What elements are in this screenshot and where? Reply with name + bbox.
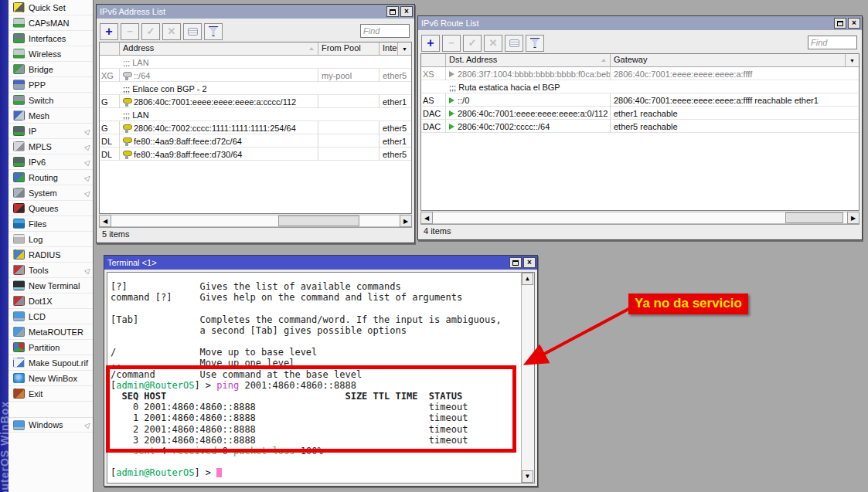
col-interface[interactable]: Interface (380, 42, 398, 55)
table-row[interactable]: DLfe80::4aa9:8aff:feee:d72c/64ether1 (100, 134, 411, 148)
col-from-pool[interactable]: From Pool (318, 42, 380, 55)
close-button[interactable]: × (848, 18, 860, 29)
sidebar-item-label: Bridge (29, 65, 90, 74)
sidebar-item-ip[interactable]: IP▷ (9, 124, 93, 139)
scroll-thumb[interactable] (278, 215, 359, 226)
column-dropdown-button[interactable]: ▼ (846, 54, 859, 66)
sidebar-item-lcd[interactable]: LCD (9, 309, 93, 324)
table-row[interactable]: XS2806:3f7:1004:bbbb:bbbb:bbbb:f0ca:bebe… (421, 67, 859, 80)
table-row[interactable]: XG::/64my-poolether5 (100, 69, 411, 82)
metarouter-icon (13, 327, 25, 337)
add-button[interactable]: + (100, 23, 118, 40)
sidebar-item-radius[interactable]: RADIUS (9, 247, 93, 263)
route-icon (449, 97, 454, 103)
sidebar-item-queues[interactable]: Queues (9, 201, 93, 216)
scroll-up-icon[interactable]: ▲ (522, 273, 533, 285)
sidebar-item-tools[interactable]: Tools▷ (9, 263, 93, 278)
col-flags[interactable] (100, 42, 120, 55)
disable-button[interactable]: ✕ (162, 23, 181, 40)
comment-button[interactable] (505, 35, 523, 52)
queues-icon (13, 203, 25, 213)
table-row[interactable]: DLfe80::4aa9:8aff:feee:d730/64ether5 (100, 148, 411, 161)
sidebar-item-make-supout[interactable]: Make Supout.rif (9, 355, 93, 371)
sidebar-item-switch[interactable]: Switch (9, 93, 93, 108)
sidebar-item-metarouter[interactable]: MetaROUTER (9, 324, 93, 340)
remove-button[interactable]: − (442, 35, 461, 52)
filter-button[interactable] (526, 35, 544, 52)
column-dropdown-button[interactable]: ▼ (398, 42, 411, 55)
find-input[interactable] (360, 24, 410, 38)
sidebar-item-partition[interactable]: Partition (9, 340, 93, 355)
gateway-cell: 2806:40c:7001:eeee:eeee:eeee:a:ffff reac… (611, 93, 859, 107)
sidebar-item-files[interactable]: Files (9, 216, 93, 232)
table-row[interactable]: AS::/02806:40c:7001:eeee:eeee:eeee:a:fff… (421, 93, 859, 107)
table-row[interactable]: ;;; LAN (100, 56, 411, 69)
sidebar-item-mpls[interactable]: MPLS▷ (9, 139, 93, 154)
terminal-line: [?] Gives the list of available commands (111, 281, 519, 292)
sidebar-item-new-winbox[interactable]: New WinBox (9, 371, 93, 386)
address-hscrollbar[interactable]: ◀ ▶ (99, 215, 412, 227)
col-address[interactable]: Address (120, 42, 318, 55)
sidebar-item-ipv6[interactable]: IPv6▷ (9, 154, 93, 170)
sidebar-item-routing[interactable]: Routing▷ (9, 170, 93, 185)
ppp-icon (13, 80, 25, 90)
scroll-left-icon[interactable]: ◀ (99, 215, 111, 227)
disable-button[interactable]: ✕ (484, 35, 502, 52)
close-button[interactable]: × (400, 6, 413, 17)
col-gateway[interactable]: Gateway (611, 54, 846, 66)
scroll-thumb[interactable] (785, 212, 843, 223)
remove-button[interactable]: − (121, 23, 139, 40)
enable-button[interactable]: ✓ (463, 35, 482, 52)
sidebar-item-capsman[interactable]: CAPsMAN (9, 15, 93, 31)
close-button[interactable]: × (523, 257, 536, 268)
route-hscrollbar[interactable]: ◀ ▶ (420, 212, 859, 224)
route-titlebar[interactable]: IPv6 Route List × (418, 16, 862, 30)
table-row[interactable]: DAC2806:40c:7002:cccc::/64ether5 reachab… (421, 120, 859, 133)
scroll-left-icon[interactable]: ◀ (420, 212, 433, 224)
table-row[interactable]: ;;; LAN (100, 108, 411, 121)
sidebar-item-label: MetaROUTER (29, 327, 90, 337)
address-window-title: IPv6 Address List (100, 7, 165, 16)
maximize-button[interactable] (509, 257, 522, 268)
sidebar-item-exit[interactable]: Exit (9, 386, 93, 402)
sidebar-item-quick-set[interactable]: Quick Set (9, 0, 93, 15)
table-row[interactable]: G2806:40c:7001:eeee:eeee:eeee:a:cccc/112… (100, 95, 411, 108)
col-dst-address[interactable]: Dst. Address (446, 54, 611, 66)
terminal-line (111, 336, 519, 347)
table-row[interactable]: ;;; Ruta estatica hacia el BGP (421, 80, 859, 93)
sidebar-item-ppp[interactable]: PPP (9, 77, 93, 93)
comment-button[interactable] (183, 23, 202, 40)
sidebar-item-bridge[interactable]: Bridge (9, 62, 93, 77)
address-cell: 2806:40c:7002:cccc:1111:1111:1111:254/64 (120, 121, 318, 134)
scroll-right-icon[interactable]: ▶ (400, 215, 412, 227)
filter-button[interactable] (204, 23, 223, 40)
dst-address-cell: 2806:40c:7001:eeee:eeee:eeee:a:0/112 (446, 107, 611, 120)
sidebar-item-windows[interactable]: Windows▷ (9, 417, 93, 433)
table-row[interactable]: G2806:40c:7002:cccc:1111:1111:1111:254/6… (100, 121, 411, 134)
find-input[interactable] (808, 36, 857, 49)
col-flags[interactable] (421, 54, 446, 66)
sidebar-item-wireless[interactable]: Wireless (9, 46, 93, 62)
terminal-text (166, 446, 172, 456)
enable-button[interactable]: ✓ (141, 23, 160, 40)
scroll-down-icon[interactable]: ▼ (522, 470, 533, 483)
terminal-text: /command Use command at the base level (111, 369, 362, 380)
table-row[interactable]: DAC2806:40c:7001:eeee:eeee:eeee:a:0/112e… (421, 107, 859, 120)
ipv6-address-icon (123, 124, 131, 133)
sidebar-item-dot1x[interactable]: Dot1X (9, 294, 93, 309)
sidebar-item-interfaces[interactable]: Interfaces (9, 31, 93, 46)
terminal-output[interactable]: ▲ ▼ [?] Gives the list of available comm… (107, 272, 535, 484)
terminal-titlebar[interactable]: Terminal <1> × (104, 256, 537, 270)
scroll-right-icon[interactable]: ▶ (847, 212, 859, 224)
sidebar-item-log[interactable]: Log (9, 232, 93, 247)
sidebar-item-new-terminal[interactable]: New Terminal (9, 278, 93, 294)
sidebar-item-mesh[interactable]: Mesh (9, 108, 93, 124)
address-titlebar[interactable]: IPv6 Address List × (97, 5, 414, 19)
terminal-text: admin@RouterOS (116, 380, 194, 391)
maximize-button[interactable] (386, 6, 399, 17)
add-button[interactable]: + (421, 35, 440, 52)
sidebar-item-system[interactable]: System▷ (9, 185, 93, 201)
table-row[interactable]: ;;; Enlace con BGP - 2 (100, 82, 411, 95)
maximize-button[interactable] (834, 18, 846, 29)
terminal-vscrollbar[interactable]: ▲ ▼ (521, 273, 534, 483)
